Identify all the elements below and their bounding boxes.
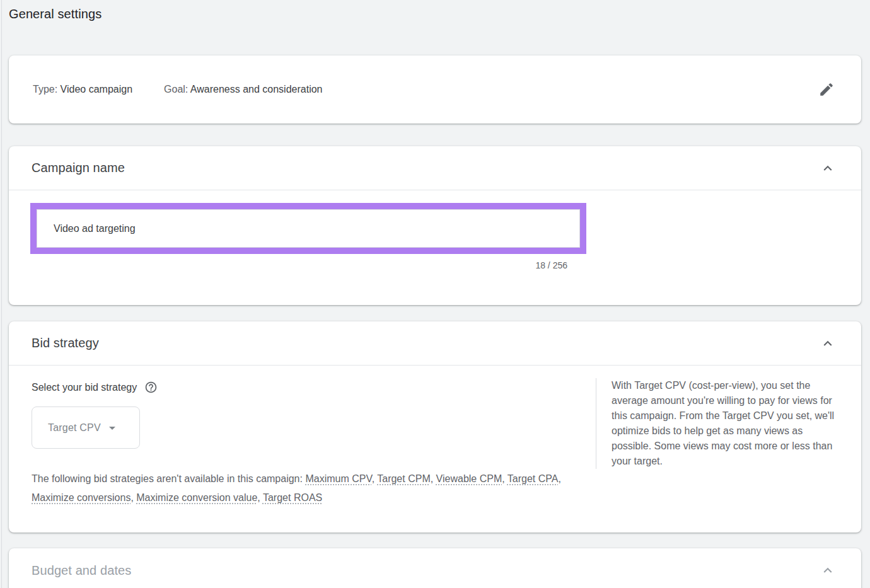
collapse-budget-dates-button[interactable] [817, 560, 838, 581]
unavailable-strategies-note: The following bid strategies aren't avai… [32, 470, 581, 507]
campaign-goal: Goal: Awareness and consideration [164, 84, 322, 95]
bid-strategy-term[interactable]: Maximum CPV [305, 473, 371, 484]
bid-strategy-term[interactable]: Maximize conversion value [136, 492, 257, 503]
type-value: Video campaign [61, 84, 132, 95]
bid-strategy-term[interactable]: Target ROAS [263, 492, 322, 503]
dropdown-arrow-icon [105, 420, 120, 435]
campaign-name-highlight [30, 203, 586, 254]
goal-label: Goal: [164, 84, 188, 95]
bid-strategy-term[interactable]: Target CPM [377, 473, 430, 484]
chevron-up-icon [820, 335, 836, 352]
select-bid-strategy-label: Select your bid strategy [32, 382, 137, 393]
bid-strategy-term[interactable]: Maximize conversions [32, 492, 130, 503]
bid-strategy-card: Bid strategy Select your bid strategy [9, 321, 861, 533]
help-button[interactable] [144, 381, 158, 394]
type-label: Type: [33, 84, 57, 95]
type-goal-card: Type: Video campaign Goal: Awareness and… [9, 55, 861, 124]
goal-value: Awareness and consideration [190, 84, 323, 95]
help-icon [144, 381, 158, 394]
edit-button[interactable] [816, 79, 837, 100]
campaign-type: Type: Video campaign [33, 84, 132, 95]
page-title: General settings [9, 7, 102, 21]
bid-strategy-term[interactable]: Target CPA [508, 473, 559, 484]
campaign-name-title: Campaign name [32, 161, 125, 175]
bid-strategy-term[interactable]: Viewable CPM [436, 473, 502, 484]
budget-dates-card: Budget and dates [9, 548, 861, 588]
pencil-icon [818, 81, 835, 98]
container-left-border [1, 0, 2, 588]
unavailable-strategies-prefix: The following bid strategies aren't avai… [32, 473, 305, 484]
collapse-campaign-name-button[interactable] [817, 158, 838, 179]
bid-strategy-dropdown-value: Target CPV [48, 422, 101, 434]
campaign-name-input[interactable] [37, 209, 580, 248]
bid-strategy-title: Bid strategy [32, 336, 99, 350]
bid-strategy-dropdown[interactable]: Target CPV [32, 406, 140, 449]
campaign-name-card: Campaign name 18 / 256 [9, 146, 861, 305]
collapse-bid-strategy-button[interactable] [817, 333, 838, 354]
bid-strategy-help-panel: With Target CPV (cost-per-view), you set… [596, 378, 843, 469]
chevron-up-icon [820, 160, 836, 176]
budget-dates-title: Budget and dates [32, 563, 131, 578]
character-counter: 18 / 256 [30, 254, 586, 270]
chevron-up-icon [820, 562, 836, 579]
